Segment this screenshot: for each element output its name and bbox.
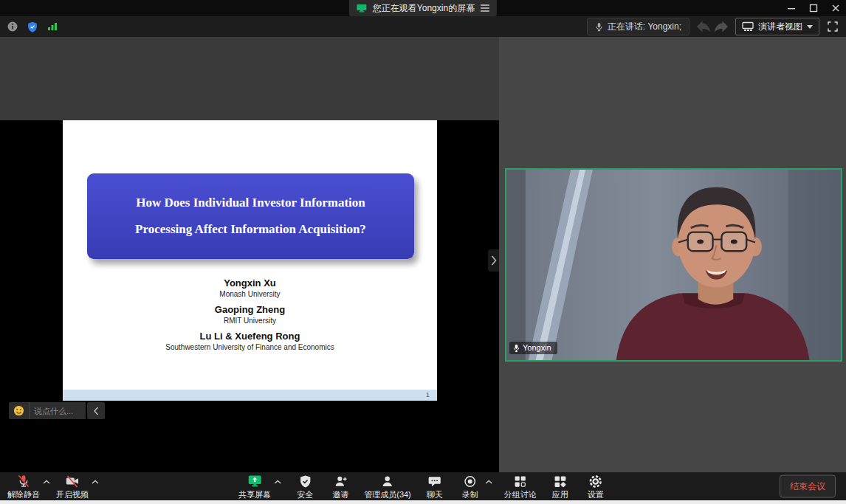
participant-video-feed <box>506 170 841 360</box>
author-affiliation: RMIT University <box>63 317 437 325</box>
chat-label: 聊天 <box>427 490 443 499</box>
fullscreen-icon[interactable] <box>825 19 840 34</box>
apps-label: 应用 <box>552 490 568 499</box>
maximize-button[interactable] <box>808 2 819 14</box>
apps-button[interactable]: 应用 <box>548 474 572 499</box>
window-controls <box>785 0 842 16</box>
participant-name-label: Yongxin <box>509 342 557 354</box>
close-button[interactable] <box>830 2 842 14</box>
video-panel-toggle-handle[interactable] <box>488 249 499 272</box>
screen-share-banner[interactable]: 您正在观看Yongxin的屏幕 <box>349 0 497 16</box>
quick-chat-bar <box>9 402 105 419</box>
security-shield-icon[interactable] <box>27 21 38 32</box>
author-affiliation: Southwestern University of Finance and E… <box>63 343 437 352</box>
share-screen-icon <box>247 474 262 489</box>
chevron-left-icon <box>93 407 99 415</box>
shield-icon <box>298 474 312 489</box>
main-area: How Does Individual Investor Information… <box>0 37 846 472</box>
meeting-info-icon[interactable] <box>7 21 18 32</box>
start-video-label: 开启视频 <box>56 490 89 499</box>
forward-arrow-icon[interactable] <box>713 19 729 34</box>
author-affiliation: Monash University <box>63 290 437 299</box>
record-options-caret[interactable] <box>485 480 492 484</box>
manage-members-label: 管理成员(34) <box>364 490 411 499</box>
participant-video-tile[interactable]: Yongxin <box>505 168 842 362</box>
toolbar-center-group: 共享屏幕 安全 邀请 管理成员(34) <box>238 472 608 500</box>
mic-muted-icon <box>16 474 31 489</box>
author-name: Lu Li & Xuefeng Rong <box>63 331 437 342</box>
chat-button[interactable]: 聊天 <box>423 474 447 499</box>
speaking-mic-icon <box>595 22 603 32</box>
meeting-window: 您正在观看Yongxin的屏幕 <box>0 0 846 504</box>
start-video-button[interactable]: 开启视频 <box>56 474 89 499</box>
slide-title-line1: How Does Individual Investor Information <box>136 190 365 215</box>
slide-page-number: 1 <box>426 390 430 401</box>
settings-button[interactable]: 设置 <box>584 474 608 499</box>
speaker-view-icon <box>742 21 754 32</box>
mic-icon <box>513 344 520 353</box>
share-options-caret[interactable] <box>274 480 281 484</box>
shared-screen-icon <box>357 4 367 13</box>
slide-footer: 1 <box>63 390 437 401</box>
invite-button[interactable]: 邀请 <box>329 474 352 499</box>
video-pane: Yongxin <box>499 37 846 472</box>
shared-screen-letterbox <box>0 37 499 120</box>
mic-options-caret[interactable] <box>43 480 50 484</box>
settings-label: 设置 <box>588 490 604 499</box>
chevron-down-icon <box>807 25 813 29</box>
share-screen-label: 共享屏幕 <box>238 490 271 499</box>
view-mode-label: 演讲者视图 <box>758 21 802 33</box>
camera-off-icon <box>65 474 80 489</box>
breakout-grid-icon <box>513 474 527 489</box>
share-banner-label: 您正在观看Yongxin的屏幕 <box>373 2 475 15</box>
chat-input[interactable] <box>29 402 86 419</box>
chat-collapse-button[interactable] <box>87 402 105 419</box>
view-mode-button[interactable]: 演讲者视图 <box>735 18 819 35</box>
taskbar-edge <box>0 500 846 504</box>
record-label: 录制 <box>462 490 478 499</box>
presentation-slide: How Does Individual Investor Information… <box>63 120 437 401</box>
end-meeting-button[interactable]: 结束会议 <box>780 475 836 498</box>
slide-title-line2: Processing Affect Information Acquisitio… <box>135 217 366 242</box>
shared-screen-pane: How Does Individual Investor Information… <box>0 37 499 472</box>
topbar: 正在讲话: Yongxin; 演讲者视图 <box>0 16 846 37</box>
speaking-label: 正在讲话: Yongxin; <box>608 21 681 33</box>
unmute-label: 解除静音 <box>7 490 40 499</box>
speaking-indicator: 正在讲话: Yongxin; <box>587 18 689 35</box>
share-screen-button[interactable]: 共享屏幕 <box>238 474 271 499</box>
slide-authors: Yongxin Xu Monash University Gaoping Zhe… <box>63 272 437 352</box>
nav-arrows <box>695 19 729 34</box>
apps-grid-icon <box>553 474 567 489</box>
gear-icon <box>588 474 602 489</box>
author-name: Yongxin Xu <box>63 277 437 289</box>
network-signal-icon[interactable] <box>47 22 58 31</box>
participant-name: Yongxin <box>523 343 551 353</box>
breakout-rooms-button[interactable]: 分组讨论 <box>504 474 537 499</box>
toolbar-left-group: 解除静音 开启视频 <box>7 472 99 500</box>
manage-members-button[interactable]: 管理成员(34) <box>364 474 411 499</box>
security-button[interactable]: 安全 <box>293 474 317 499</box>
banner-menu-icon[interactable] <box>481 4 489 12</box>
emoji-button[interactable] <box>9 402 29 419</box>
unmute-button[interactable]: 解除静音 <box>7 474 40 499</box>
titlebar: 您正在观看Yongxin的屏幕 <box>0 0 846 16</box>
bottom-toolbar: 解除静音 开启视频 共享屏幕 <box>0 472 846 500</box>
chat-bubble-icon <box>427 474 441 489</box>
record-button[interactable]: 录制 <box>458 474 482 499</box>
invite-label: 邀请 <box>332 490 348 499</box>
author-name: Gaoping Zheng <box>63 304 437 315</box>
video-options-caret[interactable] <box>92 480 99 484</box>
chevron-right-icon <box>491 255 497 266</box>
smiley-icon <box>13 405 24 416</box>
security-label: 安全 <box>297 490 313 499</box>
minimize-button[interactable] <box>785 2 797 14</box>
record-icon <box>463 474 477 489</box>
slide-title-box: How Does Individual Investor Information… <box>87 173 414 259</box>
invite-person-icon <box>334 474 348 489</box>
meeting-status-icons <box>7 16 58 37</box>
back-arrow-icon[interactable] <box>695 19 712 34</box>
person-icon <box>381 474 395 489</box>
breakout-rooms-label: 分组讨论 <box>504 490 537 499</box>
topbar-right: 正在讲话: Yongxin; 演讲者视图 <box>587 16 840 37</box>
